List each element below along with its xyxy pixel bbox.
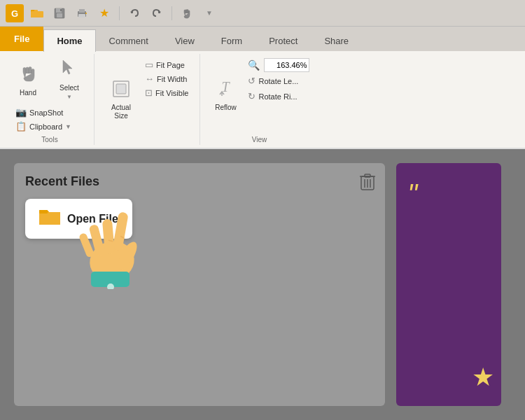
hand-tool-ribbon-btn[interactable]: Hand (10, 55, 46, 103)
svg-rect-19 (365, 174, 370, 177)
title-bar: G ★ (0, 0, 525, 27)
print-btn[interactable] (73, 4, 91, 22)
sep1 (119, 6, 120, 20)
svg-point-30 (114, 239, 141, 272)
ribbon-tabs: File Home Comment View Form Protect Shar… (0, 27, 525, 51)
tools-group: Hand Select ▼ 📷 SnapShot (6, 54, 94, 145)
hand-label: Hand (20, 89, 36, 97)
svg-rect-16 (116, 84, 126, 94)
fit-visible-btn[interactable]: ⊡ Fit Visible (142, 86, 191, 99)
fit-options-col: ▭ Fit Page ↔ Fit Width ⊡ Fit Visible (142, 58, 191, 99)
hand-icon (18, 62, 38, 87)
dropdown-btn[interactable]: ▼ (200, 4, 218, 22)
open-file-label: Open File (67, 213, 118, 225)
svg-rect-10 (79, 9, 85, 13)
svg-text:G: G (11, 8, 18, 19)
zoom-controls: 🔍 163.46% ↺ Rotate Le... ↻ Rotate Ri... (245, 58, 309, 103)
fit-row: ActualSize ▭ Fit Page ↔ Fit Width ⊡ Fit … (103, 55, 191, 144)
redo-btn[interactable] (148, 4, 166, 22)
fit-width-btn[interactable]: ↔ Fit Width (142, 72, 191, 85)
zoom-out-btn[interactable]: 🔍 (245, 58, 262, 72)
tools-label: Tools (41, 133, 57, 144)
svg-rect-11 (78, 14, 85, 18)
select-label: Select (59, 84, 79, 92)
ribbon-content: Hand Select ▼ 📷 SnapShot (0, 51, 525, 149)
actual-size-btn[interactable]: ActualSize (103, 76, 139, 123)
snapshot-btn[interactable]: 📷 SnapShot (13, 106, 74, 119)
fit-page-icon: ▭ (145, 59, 153, 70)
star-btn[interactable]: ★ (95, 4, 113, 22)
save-btn[interactable] (50, 4, 69, 22)
select-tool-ribbon-btn[interactable]: Select ▼ (49, 55, 90, 103)
delete-recent-btn[interactable] (360, 173, 375, 195)
tab-form[interactable]: Form (208, 29, 255, 52)
undo-btn[interactable] (125, 4, 144, 22)
reflow-btn[interactable]: T Reflow (209, 71, 242, 118)
clipboard-btn[interactable]: 📋 Clipboard ▼ (13, 120, 74, 133)
rotate-left-icon: ↺ (248, 76, 255, 86)
main-content: Recent Files (0, 149, 525, 420)
svg-point-32 (107, 284, 114, 289)
app-icon: G (6, 4, 24, 22)
tools-row: Hand Select ▼ (10, 55, 90, 103)
tools-small-col: 📷 SnapShot 📋 Clipboard ▼ (13, 106, 74, 133)
svg-rect-4 (34, 10, 38, 12)
tab-file[interactable]: File (0, 27, 43, 51)
app-window: G ★ (0, 0, 525, 420)
fit-visible-icon: ⊡ (145, 88, 153, 98)
star-decoration: ★ (472, 363, 494, 392)
reflow-zoom-group: T Reflow 🔍 163.46% ↺ Rotate (200, 54, 318, 145)
clipboard-dropdown: ▼ (65, 123, 71, 130)
recent-files-title: Recent Files (25, 174, 374, 189)
hand-tool-btn[interactable] (178, 4, 196, 22)
tab-share[interactable]: Share (311, 29, 362, 52)
tab-protect[interactable]: Protect (255, 29, 311, 52)
quote-text: " (407, 178, 417, 209)
rotate-right-icon: ↻ (248, 91, 255, 102)
svg-rect-31 (91, 272, 130, 287)
fit-width-icon: ↔ (145, 74, 154, 84)
sep2 (172, 6, 172, 20)
svg-rect-8 (60, 9, 62, 11)
open-file-folder-icon (39, 207, 60, 230)
zoom-input[interactable]: 163.46% (264, 58, 309, 72)
reflow-icon: T (216, 78, 234, 102)
snapshot-icon: 📷 (15, 107, 27, 118)
svg-rect-3 (31, 11, 43, 18)
rotate-left-btn[interactable]: ↺ Rotate Le... (245, 74, 309, 88)
svg-rect-7 (57, 13, 62, 18)
select-icon (60, 59, 78, 82)
select-dropdown: ▼ (66, 94, 72, 100)
svg-rect-23 (39, 213, 60, 225)
right-panel-quote: " (396, 163, 501, 225)
svg-point-25 (85, 237, 139, 286)
tab-home[interactable]: Home (43, 29, 95, 52)
svg-line-34 (108, 240, 113, 242)
tab-view[interactable]: View (162, 29, 208, 52)
zoom-row: 🔍 163.46% (245, 58, 309, 72)
reflow-zoom-row: T Reflow 🔍 163.46% ↺ Rotate (209, 55, 309, 133)
svg-rect-12 (85, 13, 87, 14)
clipboard-icon: 📋 (15, 121, 27, 132)
rotate-right-btn[interactable]: ↻ Rotate Ri... (245, 90, 309, 103)
tab-comment[interactable]: Comment (96, 29, 162, 52)
recent-files-panel: Recent Files (14, 163, 385, 406)
fit-group: ActualSize ▭ Fit Page ↔ Fit Width ⊡ Fit … (94, 54, 200, 145)
open-file-btn[interactable]: Open File (25, 199, 132, 239)
actual-size-icon (111, 78, 131, 102)
actual-size-label: ActualSize (111, 104, 131, 120)
right-side-panel: " ★ (396, 163, 501, 406)
open-folder-btn[interactable] (28, 4, 46, 22)
fit-page-btn[interactable]: ▭ Fit Page (142, 58, 191, 71)
view-label: View (252, 133, 267, 144)
